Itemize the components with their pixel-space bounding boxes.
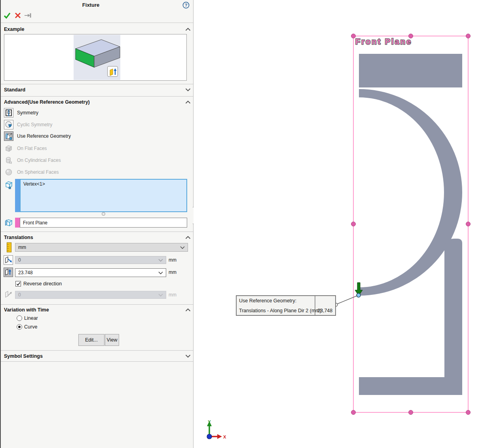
chevron-up-icon[interactable] (185, 28, 191, 31)
linear-radio[interactable] (17, 315, 22, 321)
vertex-point[interactable] (357, 293, 361, 297)
plane-arrow-icon (108, 67, 118, 76)
divider (1, 232, 193, 232)
unit-dropdown[interactable]: mm (15, 243, 188, 252)
option-symmetry[interactable]: Symmetry (4, 108, 190, 118)
option-label: Symmetry (17, 110, 38, 116)
callout-line1: Use Reference Geometry: (239, 298, 296, 304)
view-button-label: View (107, 337, 118, 343)
option-label: On Spherical Faces (17, 169, 59, 175)
divider (1, 304, 193, 305)
section-symbol-settings-label: Symbol Settings (4, 353, 43, 359)
chevron-down-icon[interactable] (185, 88, 191, 91)
unit-value: mm (18, 245, 26, 250)
cancel-button[interactable] (15, 12, 21, 20)
dir1-distance-combo: 0 (15, 256, 166, 264)
curve-radio-label[interactable]: Curve (24, 324, 37, 330)
panel-title: Fixture (1, 2, 181, 8)
unit-ruler-icon (6, 242, 12, 254)
callout-value[interactable]: 23,748 (317, 308, 332, 313)
divider (1, 84, 193, 84)
dir1-value: 0 (18, 257, 21, 263)
section-translations-label: Translations (4, 235, 33, 240)
option-on-cylindrical-faces: On Cylindrical Faces (4, 155, 190, 165)
front-plane-label: Front Plane (355, 37, 412, 46)
help-icon[interactable]: ? (182, 2, 190, 10)
chevron-up-icon[interactable] (185, 308, 191, 311)
edit-button[interactable]: Edit... (78, 334, 104, 346)
dir2-unit-label: mm (169, 270, 176, 275)
curve-radio[interactable] (17, 324, 22, 330)
cylindrical-faces-icon (4, 156, 13, 165)
plane-selection-field[interactable]: Front Plane (20, 218, 187, 228)
dir1-unit-label: mm (169, 257, 176, 263)
plane-selection-value: Front Plane (23, 220, 47, 226)
reverse-direction-checkbox[interactable] (15, 281, 21, 287)
use-reference-geometry-icon (4, 131, 13, 141)
callout-leader-line (337, 296, 357, 304)
divider (1, 96, 193, 97)
divider (1, 23, 193, 23)
y-axis-label: Y (208, 420, 211, 424)
option-use-reference-geometry[interactable]: Use Reference Geometry (4, 131, 190, 141)
linear-radio-label[interactable]: Linear (24, 315, 38, 321)
pin-icon[interactable] (25, 13, 32, 20)
along-plane-dir2-icon[interactable] (4, 268, 13, 277)
part-top-bar[interactable] (359, 54, 462, 87)
section-example-label: Example (4, 27, 24, 32)
normal-to-plane-icon (4, 290, 13, 299)
option-label: On Flat Faces (17, 146, 47, 151)
selection-active-bar (15, 179, 20, 212)
option-on-spherical-faces: On Spherical Faces (4, 167, 190, 177)
symmetry-icon (4, 108, 13, 118)
fixture-property-manager: Fixture ? Example (0, 0, 194, 448)
plane-filter-icon (4, 218, 13, 229)
ok-button[interactable] (4, 12, 11, 21)
chevron-down-icon[interactable] (185, 355, 191, 358)
dir3-unit-label: mm (169, 292, 176, 298)
section-variation-label: Variation with Time (4, 307, 49, 313)
x-axis-label: X (223, 435, 226, 439)
vertex-selection-list[interactable]: Vertex<1> (20, 179, 187, 212)
along-plane-dir1-icon[interactable] (4, 255, 13, 265)
option-label: On Cylindrical Faces (17, 158, 61, 163)
fixture-callout[interactable]: Use Reference Geometry: Translations - A… (236, 296, 357, 315)
option-cyclic-symmetry: Cyclic Symmetry (4, 120, 190, 129)
edit-button-label: Edit... (85, 337, 98, 343)
chevron-up-icon[interactable] (185, 236, 191, 239)
reverse-direction-label[interactable]: Reverse direction (23, 281, 62, 287)
vertex-filter-icon (4, 180, 13, 191)
chevron-up-icon[interactable] (185, 101, 191, 104)
section-advanced-label: Advanced(Use Reference Geometry) (4, 99, 90, 105)
graphics-viewport[interactable]: Front Plane Use Reference Geometry: Tran… (194, 0, 501, 448)
x-axis-arrow (217, 434, 222, 439)
example-preview-box (4, 34, 187, 81)
flip-direction-button[interactable] (107, 66, 118, 77)
view-button[interactable]: View (105, 334, 119, 346)
option-label: Cyclic Symmetry (17, 122, 52, 127)
listbox-resize-grip[interactable] (102, 212, 105, 216)
callout-line2: Translations - Along Plane Dir 2 (mm): (239, 308, 323, 313)
flat-faces-icon (4, 144, 13, 153)
section-standard-label: Standard (4, 87, 25, 93)
dir2-distance-combo[interactable]: 23.748 (15, 268, 166, 277)
selection-item[interactable]: Vertex<1> (23, 181, 184, 187)
option-on-flat-faces: On Flat Faces (4, 143, 190, 153)
option-label: Use Reference Geometry (17, 133, 71, 139)
spherical-faces-icon (4, 167, 13, 177)
divider (1, 350, 193, 351)
divider (1, 361, 193, 362)
dir2-value: 23.748 (18, 270, 33, 275)
svg-text:?: ? (185, 3, 188, 8)
triad-origin (207, 434, 212, 439)
coordinate-triad: Y X (207, 420, 226, 439)
plane-selection-bar (15, 218, 20, 228)
part-l-bracket[interactable] (359, 239, 462, 395)
dir3-distance-combo: 0 (15, 291, 166, 299)
part-geometry[interactable] (359, 54, 462, 395)
cyclic-symmetry-icon (4, 120, 13, 129)
dir3-value: 0 (18, 292, 21, 298)
